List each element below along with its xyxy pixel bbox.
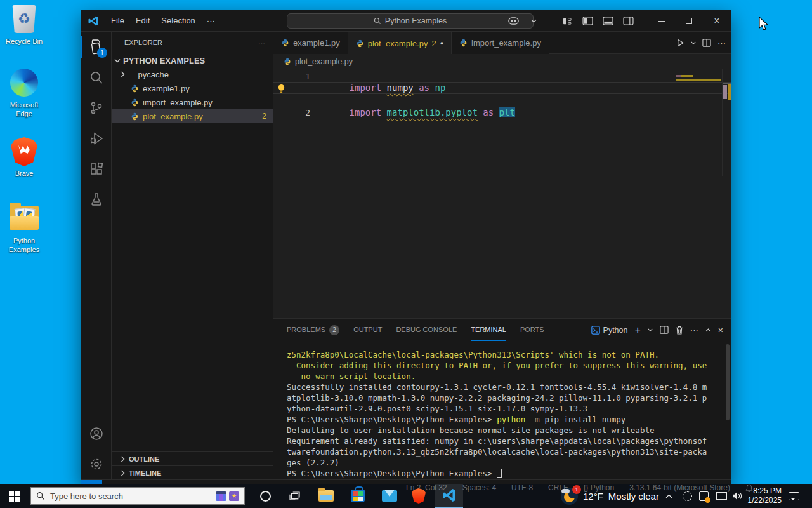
panel-more-icon[interactable]: ··· [690,325,698,335]
kill-terminal-icon[interactable] [676,326,683,335]
panel-tab-ports[interactable]: PORTS [520,319,544,341]
desktop-icon-python-examples[interactable]: Python Examples [0,203,48,254]
extensions-icon[interactable] [81,154,112,184]
copilot-icon[interactable] [505,15,521,27]
modified-dot-icon[interactable]: ● [440,40,443,46]
explorer-view-icon[interactable]: 1 [81,32,112,62]
python-file-icon [131,84,139,93]
breadcrumb-file: plot_example.py [295,57,353,66]
code-editor[interactable]: 1import numpy as np 2import matplotlib.p… [273,69,731,318]
menu-edit[interactable]: Edit [130,16,155,25]
explorer-title: EXPLORER [124,39,162,46]
editor-more-icon[interactable]: ··· [717,38,726,48]
explorer-badge: 1 [97,48,107,58]
panel-tab-output[interactable]: OUTPUT [353,319,382,341]
settings-gear-icon[interactable] [81,449,112,479]
terminal-line: Requirement already satisfied: numpy in … [287,436,719,446]
outline-section[interactable]: OUTLINE [112,451,273,465]
terminal-line: twarefoundation.python.3.13_qbz5n2kfra8p… [287,446,719,457]
status-indentation[interactable]: Spaces: 4 [462,483,496,492]
file-explorer-button[interactable] [312,484,340,508]
recycle-bin-icon: ♻ [11,5,37,33]
customize-layout-icon[interactable] [559,15,575,27]
desktop-icon-recycle-bin[interactable]: ♻ Recycle Bin [0,5,48,46]
chevron-down-icon[interactable] [525,15,542,27]
task-view-button[interactable] [280,484,308,508]
toggle-secondary-sidebar-icon[interactable] [620,15,636,27]
run-dropdown-icon[interactable] [691,41,696,44]
desktop-icon-edge[interactable]: Microsoft Edge [0,69,48,118]
terminal-scrollbar[interactable] [726,344,730,420]
explorer-more-icon[interactable]: ··· [258,39,265,46]
close-panel-icon[interactable]: × [718,325,723,335]
testing-icon[interactable] [81,184,112,215]
vscode-taskbar-button[interactable] [435,484,463,508]
close-button[interactable]: × [703,11,731,32]
shell-selector[interactable]: Python [591,326,628,335]
panel-tab-problems[interactable]: PROBLEMS2 [287,319,339,341]
tree-item-plot-example[interactable]: plot_example.py 2 [112,109,273,123]
lightbulb-icon[interactable] [277,84,285,93]
speaker-icon [732,491,743,500]
tab-import-example[interactable]: import_example.py [452,32,549,54]
split-editor-icon[interactable] [702,39,711,47]
tree-root-python-examples[interactable]: PYTHON EXAMPLES [112,53,273,67]
tab-plot-example[interactable]: plot_example.py 2 ● [348,32,452,54]
clock-widget[interactable]: 8:25 PM 1/22/2025 [747,486,782,505]
maximize-panel-icon[interactable] [705,328,711,332]
tray-volume-button[interactable] [730,484,745,508]
search-icon [36,491,45,500]
breadcrumb[interactable]: plot_example.py [273,54,731,69]
title-bar: File Edit Selection ··· ← → Python Examp… [81,10,731,32]
minimize-button[interactable] [647,11,675,32]
tray-onedrive-button[interactable] [680,484,694,508]
terminal-output[interactable]: z5n2kfra8p0\LocalCache\local-packages\Py… [287,349,719,479]
tray-expand-button[interactable] [662,484,675,508]
timeline-section[interactable]: TIMELINE [112,465,273,479]
start-button[interactable] [0,484,28,508]
taskbar-search-box[interactable]: Type here to search ★ [30,487,245,505]
menu-file[interactable]: File [105,16,130,25]
microsoft-store-button[interactable] [344,484,372,508]
maximize-button[interactable] [675,11,703,32]
minimap[interactable] [675,70,722,108]
tree-item-import-example[interactable]: import_example.py [112,95,273,109]
weather-moon-icon: 1 [561,488,578,505]
clipchamp-icon[interactable] [216,491,226,501]
overview-ruler[interactable] [722,69,731,176]
weather-widget[interactable]: 1 12°F Mostly clear [561,484,659,508]
action-center-button[interactable] [784,484,803,508]
editor-tab-bar: example1.py plot_example.py 2 ● import_e… [273,32,731,54]
panel-tab-terminal[interactable]: TERMINAL [471,319,506,341]
new-terminal-icon[interactable]: + [634,324,640,336]
mail-button[interactable] [376,484,403,508]
toggle-sidebar-icon[interactable] [579,15,596,27]
run-button[interactable] [676,39,684,47]
terminal-dropdown-icon[interactable] [648,328,653,331]
clock-date: 1/22/2025 [747,496,782,505]
activity-bar: 1 [81,32,112,479]
desktop-icon-brave[interactable]: Brave [0,137,48,178]
toggle-panel-icon[interactable] [599,15,616,27]
cortana-button[interactable] [251,484,279,508]
tree-item-pycache[interactable]: __pycache__ [112,67,273,81]
python-file-icon [284,58,291,65]
tray-network-button[interactable] [714,484,728,508]
split-terminal-icon[interactable] [660,326,669,334]
tray-update-button[interactable] [697,484,710,508]
run-debug-icon[interactable] [81,123,112,154]
chevron-right-icon [121,71,125,77]
menu-selection[interactable]: Selection [155,16,200,25]
news-icon[interactable]: ★ [229,491,239,501]
tree-item-example1[interactable]: example1.py [112,81,273,95]
brave-button[interactable] [405,484,433,508]
accounts-icon[interactable] [81,418,112,449]
bottom-panel: PROBLEMS2 OUTPUT DEBUG CONSOLE TERMINAL … [273,318,731,479]
command-center-search[interactable]: Python Examples [287,13,534,29]
search-view-icon[interactable] [81,62,112,93]
menu-more[interactable]: ··· [201,16,221,25]
status-encoding[interactable]: UTF-8 [511,483,533,492]
tab-example1[interactable]: example1.py [273,32,348,54]
source-control-icon[interactable] [81,93,112,123]
panel-tab-debug-console[interactable]: DEBUG CONSOLE [396,319,457,341]
